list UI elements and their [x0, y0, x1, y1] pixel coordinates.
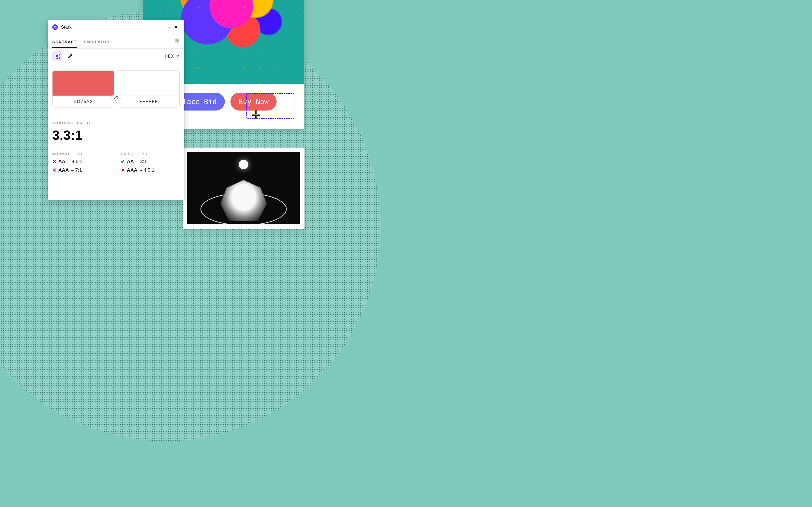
pass-icon: ✔: [121, 158, 127, 165]
tabs-row: CONTRAST SIMULATOR: [48, 34, 184, 49]
level-label: AAA: [127, 167, 137, 173]
color-format-select[interactable]: HEX: [165, 54, 180, 59]
level-label: AA: [127, 159, 134, 164]
fail-icon: ✕: [52, 158, 58, 165]
threshold-label: – 4.5:1: [138, 167, 154, 173]
gear-icon: [173, 38, 180, 44]
fail-icon: ✕: [52, 167, 58, 173]
background-swatch-color: [118, 71, 180, 96]
moon-shape: [239, 160, 248, 169]
tab-simulator[interactable]: SIMULATOR: [84, 35, 110, 48]
tools-row: HEX: [48, 49, 184, 64]
panel-title: Stark: [61, 24, 165, 30]
foreground-hex-value: ED75A2: [53, 96, 114, 107]
threshold-label: – 4.5:1: [66, 159, 82, 164]
normal-aaa-row: ✕ AAA – 7:1: [52, 167, 111, 173]
chevron-down-icon: [176, 54, 180, 58]
threshold-label: – 3:1: [135, 159, 147, 164]
link-icon: [113, 96, 118, 101]
background-hex-value: FFFFFF: [118, 96, 180, 107]
minimize-button[interactable]: [165, 23, 172, 31]
buy-now-button[interactable]: Buy Now: [231, 93, 276, 111]
normal-aa-row: ✕ AA – 4.5:1: [52, 158, 111, 165]
svg-rect-8: [56, 55, 58, 57]
foreground-swatch-color: [53, 71, 114, 96]
selection-bounds-icon: [55, 54, 60, 59]
results-section: CONTRAST RATIO 3.3:1 NORMAL TEXT ✕ AA – …: [48, 114, 184, 182]
swap-colors-button[interactable]: [111, 94, 120, 103]
large-aa-row: ✔ AA – 3:1: [121, 158, 180, 165]
contrast-ratio-label: CONTRAST RATIO: [52, 121, 180, 125]
foreground-swatch[interactable]: ED75A2: [52, 70, 114, 108]
close-button[interactable]: [172, 23, 180, 31]
threshold-label: – 7:1: [70, 167, 82, 173]
selection-tool-button[interactable]: [52, 51, 62, 61]
nft-card-bottom: [183, 148, 305, 229]
level-label: AAA: [58, 167, 69, 173]
eyedropper-icon: [67, 54, 73, 59]
swatches-row: ED75A2 FFFFFF: [48, 64, 184, 114]
fail-icon: ✕: [121, 167, 127, 173]
eyedropper-tool-button[interactable]: [65, 51, 75, 61]
normal-text-column: NORMAL TEXT ✕ AA – 4.5:1 ✕ AAA – 7:1: [52, 152, 111, 176]
panel-titlebar[interactable]: Stark: [48, 20, 184, 34]
stark-logo-icon: [52, 24, 58, 30]
tab-contrast[interactable]: CONTRAST: [52, 35, 77, 48]
level-label: AA: [58, 159, 65, 164]
settings-button[interactable]: [173, 38, 180, 45]
color-format-label: HEX: [165, 54, 174, 59]
large-aaa-row: ✕ AAA – 4.5:1: [121, 167, 180, 173]
large-text-label: LARGE TEXT: [121, 152, 180, 156]
background-swatch[interactable]: FFFFFF: [118, 70, 180, 108]
contrast-ratio-value: 3.3:1: [52, 127, 180, 143]
large-text-column: LARGE TEXT ✔ AA – 3:1 ✕ AAA – 4.5:1: [121, 152, 180, 176]
normal-text-label: NORMAL TEXT: [52, 152, 111, 156]
ice-artwork: [187, 152, 300, 224]
stark-panel: Stark CONTRAST SIMULATOR: [48, 20, 184, 200]
